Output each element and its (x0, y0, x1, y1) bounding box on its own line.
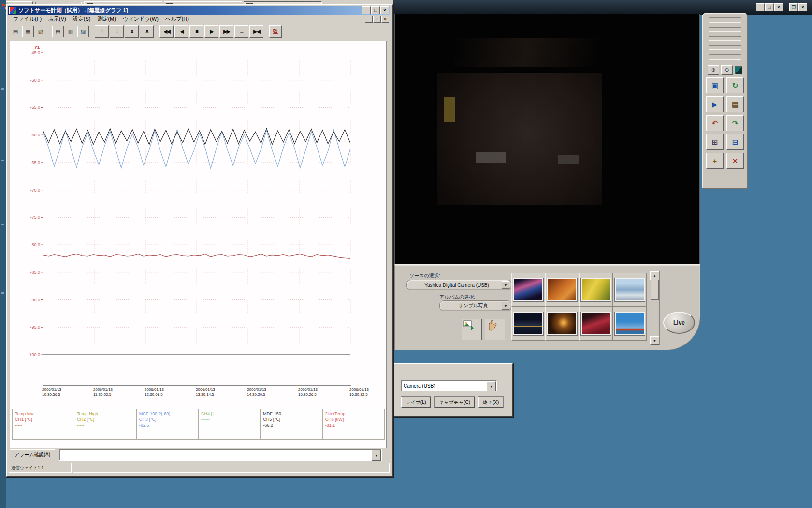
toolbar-nav-button-2[interactable]: ⇕ (125, 25, 139, 38)
legend-cell-6: 2literTempCH6 [kW]-81.1 (323, 409, 385, 439)
y-tick-label: -65.0 (12, 160, 40, 165)
thumbnail-fireworks[interactable] (513, 278, 543, 301)
redo-button[interactable]: ↷ (726, 115, 744, 131)
x-tick-date: 2006/01/13 (145, 388, 191, 392)
toolbar-nav-button-4[interactable]: ◀◀ (160, 25, 174, 38)
legend-channel: CH2 [℃] (77, 417, 133, 422)
zoom-in-button[interactable]: ⊕ (708, 65, 719, 75)
alarm-confirm-button[interactable]: アラーム確認(A) (10, 449, 55, 460)
capture-dialog-button-0[interactable]: ライブ(L) (401, 397, 431, 408)
x-tick-date: 2006/01/13 (349, 388, 396, 392)
toolbar-nav-button-3[interactable]: X (140, 25, 154, 38)
thumbnail-sparkler[interactable] (547, 312, 577, 335)
x-tick-date: 2006/01/13 (196, 388, 242, 392)
x-tick-label: 2006/01/1315:30:26.5 (298, 388, 345, 397)
thumbnail-red-figure[interactable] (581, 312, 611, 335)
bgapp-minimize-button[interactable]: _ (756, 3, 765, 11)
close-button[interactable]: × (380, 6, 389, 14)
print-layout-button[interactable]: ▤ (726, 96, 744, 112)
toolbar-chart-type-button-1[interactable]: ▦ (22, 26, 34, 37)
thumbnail-grid (511, 273, 647, 341)
thumbnail-tile (511, 273, 545, 307)
menu-item-0[interactable]: ファイル(F) (10, 15, 45, 23)
bgapp-maximize-button[interactable]: □ (765, 3, 774, 11)
bgapp-close2-button[interactable]: × (798, 3, 807, 11)
toolbar-nav-button-5[interactable]: ◀ (174, 25, 188, 38)
toolbar-nav-button-0[interactable]: ↑ (95, 25, 109, 38)
chevron-down-icon[interactable]: ▼ (372, 450, 381, 461)
tools-button[interactable]: + (706, 153, 724, 169)
toolbar-chart-type-button-0[interactable]: ▤ (10, 26, 21, 37)
thumbnail-night-city[interactable] (513, 312, 543, 335)
menu-item-4[interactable]: ウィンドウ(W) (119, 15, 162, 23)
mdi-minimize-button[interactable]: ─ (365, 16, 373, 23)
legend-channel: CH4 [] (201, 411, 258, 417)
palette-grille (709, 54, 741, 60)
menu-item-2[interactable]: 設定(S) (70, 15, 94, 23)
thumbnail-sky-clouds[interactable] (615, 312, 645, 335)
exit-button[interactable]: ✕ (726, 153, 744, 169)
import-photo-button[interactable] (462, 319, 482, 340)
thumbnail-yellow-flowers[interactable] (581, 278, 611, 301)
preview-gray-object2 (558, 155, 579, 164)
photo-app-titlebar: _ □ × ❐ × (393, 0, 812, 15)
mdi-restore-button[interactable]: □ (373, 16, 381, 23)
camera-preview (394, 14, 700, 265)
scroll-down-button[interactable]: ▼ (650, 336, 659, 345)
camera-device-dropdown[interactable]: Camera (USB) ▼ (401, 380, 497, 391)
x-tick-time: 11:30:02.5 (93, 392, 140, 397)
toolbar-nav-button-7[interactable]: ▶ (204, 25, 218, 38)
toolbar-nav-button-9[interactable]: ↔ (234, 25, 248, 38)
chevron-down-icon[interactable]: ▼ (487, 381, 496, 391)
scroll-up-button[interactable]: ▲ (650, 271, 659, 280)
legend-cell-5: MDF-150CH5 [℃]-66.2 (261, 409, 322, 439)
toolbar-chart-type-button-2[interactable]: ▧ (35, 26, 46, 37)
live-button[interactable]: Live (663, 312, 695, 334)
bgapp-restore-button[interactable]: ❐ (789, 3, 798, 11)
source-select-dropdown[interactable]: Yashica Digital Camera (USB) ▼ (406, 280, 512, 290)
color-swatch-icon (735, 66, 742, 74)
alarm-message-dropdown[interactable]: ▼ (59, 449, 382, 461)
capture-dialog-button-2[interactable]: 終了(X) (478, 397, 503, 408)
copy-button[interactable]: ⊞ (706, 134, 724, 150)
legend-value: ----- (15, 422, 72, 428)
acquire-photo-button[interactable] (485, 319, 505, 340)
menu-item-5[interactable]: ヘルプ(H) (162, 15, 192, 23)
toolbar-chart-type-button-5[interactable]: ▨ (77, 26, 89, 37)
save-button[interactable]: ⊟ (726, 134, 744, 150)
toolbar-chart-type-button-3[interactable]: ▤ (52, 26, 64, 37)
menu-item-1[interactable]: 表示(V) (45, 15, 70, 23)
toolbar-nav-button-6[interactable]: ■ (189, 25, 203, 38)
undo-button[interactable]: ↶ (706, 115, 724, 131)
x-tick-time: 16:30:32.5 (349, 392, 396, 397)
thumbnail-tile (613, 273, 647, 307)
chevron-down-icon[interactable]: ▼ (502, 281, 509, 289)
maximize-button[interactable]: □ (371, 6, 380, 14)
capture-dialog-button-1[interactable]: キャプチャ(C) (435, 397, 475, 408)
chevron-down-icon[interactable]: ▼ (502, 302, 509, 310)
legend-name: MDF-150 (263, 411, 319, 417)
toolbar-nav-button-1[interactable]: ↓ (110, 25, 124, 38)
zoom-out-button[interactable]: ⊖ (721, 65, 733, 75)
chart-window-titlebar[interactable]: ソフトサーモ計測（試用） - [無題線グラフ 1] _ □ × (8, 6, 390, 15)
toolbar-monitor-button[interactable]: 監 (269, 25, 282, 38)
slideshow-button[interactable]: ▶ (706, 96, 724, 112)
legend-name: 2literTemp (325, 411, 382, 417)
mdi-close-button[interactable]: × (381, 16, 389, 23)
minimize-button[interactable]: _ (362, 6, 371, 14)
thumbnail-autumn-leaves[interactable] (547, 278, 577, 301)
rotate-button[interactable]: ↻ (726, 77, 744, 93)
menu-item-3[interactable]: 測定(M) (94, 15, 119, 23)
scrollbar-thumb[interactable] (651, 280, 659, 300)
toolbar-nav-button-10[interactable]: ▶◀ (249, 25, 263, 38)
bgapp-close-button[interactable]: × (774, 3, 783, 11)
thumbnail-scrollbar[interactable]: ▲ ▼ (650, 271, 660, 345)
album-select-dropdown[interactable]: サンプル写真 ▼ (439, 300, 512, 311)
toolbar-nav-button-8[interactable]: ▶▶ (219, 25, 233, 38)
fit-screen-button[interactable]: ▣ (706, 77, 724, 93)
legend-value: -81.1 (325, 422, 382, 428)
thumbnail-harbor[interactable] (615, 278, 645, 301)
legend-cell-2: Temp-HighCH2 [℃]----- (74, 409, 136, 439)
legend-cell-3: MCF-100-2(-60)CH3 [℃]-62.5 (137, 409, 199, 439)
toolbar-chart-type-button-4[interactable]: ▥ (65, 26, 76, 37)
